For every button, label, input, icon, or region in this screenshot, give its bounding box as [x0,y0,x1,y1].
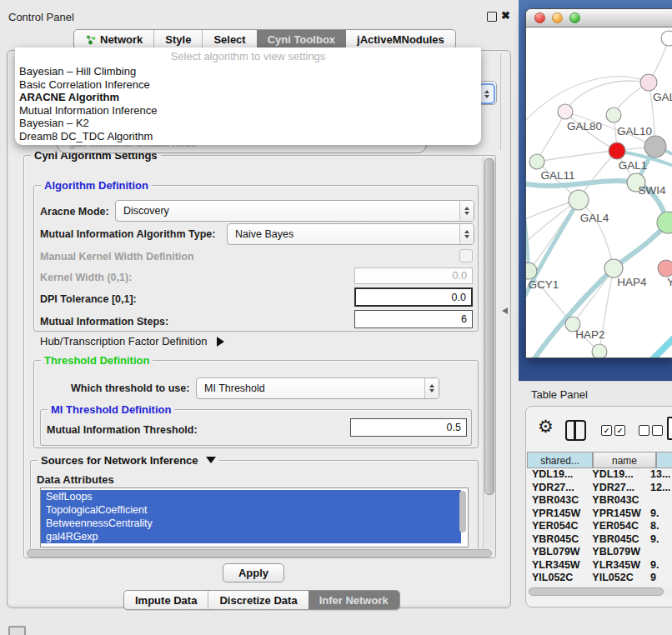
network-node[interactable] [661,31,672,46]
mi-steps-field[interactable]: 6 [354,310,473,328]
attribute-item-betweennesscentrality[interactable]: BetweennessCentrality [41,517,461,530]
tab-cyni-toolbox[interactable]: Cyni Toolbox [257,30,346,48]
tab-style[interactable]: Style [153,30,202,48]
attribute-item-topologicalcoefficient[interactable]: TopologicalCoefficient [41,503,461,517]
algorithm-option-bayesian-k2[interactable]: Bayesian – K2 [15,117,481,130]
manual-kernel-checkbox[interactable] [459,249,473,262]
sources-title: Sources for Network Inference [38,454,219,467]
tab-infer-network[interactable]: Infer Network [308,591,399,609]
network-node[interactable] [558,104,573,119]
unchecked-box-icon [639,425,649,436]
window-close-icon[interactable] [534,12,545,23]
network-node[interactable] [644,136,666,158]
network-edge-highlighted [649,332,672,358]
table-row[interactable]: YER054CYER054C8. [527,520,672,533]
manual-kernel-label: Manual Kernel Width Definition [40,251,194,262]
node-table[interactable]: shared...name YDL19...YDL19...13...YDR27… [527,452,672,585]
focused-stepper[interactable] [479,83,495,104]
checked-box-icon: ✓ [614,425,625,436]
network-node[interactable] [640,74,657,91]
table-cell: YPR145W [527,508,587,521]
network-node[interactable] [658,260,672,277]
column-header-2[interactable] [656,452,672,468]
table-row[interactable]: YBR043CYBR043C [527,494,672,508]
table-hscrollbar-thumb[interactable] [529,588,664,596]
table-row[interactable]: YDR27...YDR27...12... [527,482,672,495]
attribute-item-selfloops[interactable]: SelfLoops [41,490,461,503]
tab-impute-data[interactable]: Impute Data [124,591,208,609]
table-row[interactable]: YPR145WYPR145W9. [527,508,672,521]
table-cell [645,494,672,508]
network-node[interactable] [606,108,621,122]
column-layout-icon[interactable] [565,420,586,441]
settings-hscrollbar[interactable] [25,548,494,558]
apply-button[interactable]: Apply [223,563,284,582]
aracne-mode-combo[interactable]: Discovery [115,200,474,222]
kernel-width-label: Kernel Width (0,1): [40,272,132,283]
table-row[interactable]: YIL052CYIL052C9 [527,572,672,585]
attribute-item-gal4rgexp[interactable]: gal4RGexp [41,530,461,543]
stepper-up-icon [484,90,489,93]
hub-definition-label: Hub/Transcription Factor Definition [40,335,207,348]
table-row[interactable]: YBR045CYBR045C9. [527,533,672,547]
tab-network[interactable]: Network [74,30,153,48]
algorithm-option-bayesian-hill-climbing[interactable]: Bayesian – Hill Climbing [15,65,481,78]
float-window-icon[interactable] [487,12,497,22]
unselect-all-checkboxes-icon[interactable] [639,425,663,436]
network-window-titlebar[interactable] [526,9,672,28]
tab-discretize-data[interactable]: Discretize Data [208,591,308,609]
column-header-name[interactable]: name [593,452,656,468]
table-cell: YLR345W [527,559,587,572]
table-cell: YBR043C [527,494,587,508]
list-vscrollbar-thumb[interactable] [459,491,466,532]
algorithm-definition-title: Algorithm Definition [41,179,152,192]
tab-label: Discretize Data [219,594,297,607]
mi-threshold-field[interactable]: 0.5 [350,418,467,437]
top-tab-bar: NetworkStyleSelectCyni ToolboxjActiveMNo… [73,29,456,49]
table-row[interactable]: YLR345WYLR345W9. [527,559,672,572]
algorithm-option-aracne-algorithm[interactable]: ARACNE Algorithm [15,91,481,104]
network-canvas-svg[interactable]: GALGAL80GAL10GAL1GAL11SWI4GAL4GCY1HAP4YH… [526,28,672,358]
network-node[interactable] [609,142,625,159]
dpi-tolerance-field[interactable]: 0.0 [354,288,473,307]
bottom-tab-bar: Impute DataDiscretize DataInfer Network [123,590,400,610]
popup-prompt: Select algorithm to view settings [15,48,481,62]
network-node-label: GAL4 [580,212,609,224]
export-table-icon[interactable] [667,417,672,440]
settings-hscrollbar-thumb[interactable] [27,549,492,558]
mi-type-combo[interactable]: Naive Bayes [227,223,474,245]
network-view-window: GALGAL80GAL10GAL1GAL11SWI4GAL4GCY1HAP4YH… [525,8,672,358]
algorithm-option-dream8-dc-tdc-algorithm[interactable]: Dream8 DC_TDC Algorithm [15,130,481,143]
window-zoom-icon[interactable] [569,12,580,23]
expand-right-icon[interactable] [217,337,224,347]
network-node-label: GAL10 [617,125,652,138]
tab-select[interactable]: Select [202,30,256,48]
network-node[interactable] [592,344,607,358]
which-threshold-combo[interactable]: MI Threshold [196,378,439,399]
collapsed-panel-icon[interactable] [8,626,26,635]
settings-vscrollbar[interactable] [483,157,494,555]
close-icon[interactable]: ✖ [501,11,510,21]
collapse-down-icon[interactable] [206,457,216,463]
algorithm-option-basic-correlation-inference[interactable]: Basic Correlation Inference [15,78,481,92]
table-header-row: shared...name [527,452,672,468]
select-all-checkboxes-icon[interactable]: ✓ ✓ [601,425,625,436]
network-node[interactable] [604,259,623,278]
table-row[interactable]: YDL19...YDL19...13... [527,468,672,482]
window-minimize-icon[interactable] [552,12,563,23]
settings-vscrollbar-thumb[interactable] [484,158,494,495]
column-header-shared-[interactable]: shared... [527,452,593,468]
table-row[interactable]: YBL079WYBL079W [527,546,672,559]
data-attributes-list[interactable]: SelfLoopsTopologicalCoefficientBetweenne… [40,488,469,548]
gear-icon[interactable]: ⚙ [538,418,554,436]
algorithm-option-mutual-information-inference[interactable]: Mutual Information Inference [15,104,481,118]
table-cell: 13... [645,468,672,482]
network-node[interactable] [529,154,544,169]
table-hscrollbar[interactable] [528,587,672,595]
network-node[interactable] [569,190,589,210]
tab-jactivemnodules[interactable]: jActiveMNodules [346,30,455,48]
hub-definition-row[interactable]: Hub/Transcription Factor Definition [40,335,224,348]
mi-threshold-label: Mutual Information Threshold: [47,424,198,436]
tab-label: jActiveMNodules [357,33,444,46]
splitter-collapse-arrow[interactable] [502,308,508,314]
